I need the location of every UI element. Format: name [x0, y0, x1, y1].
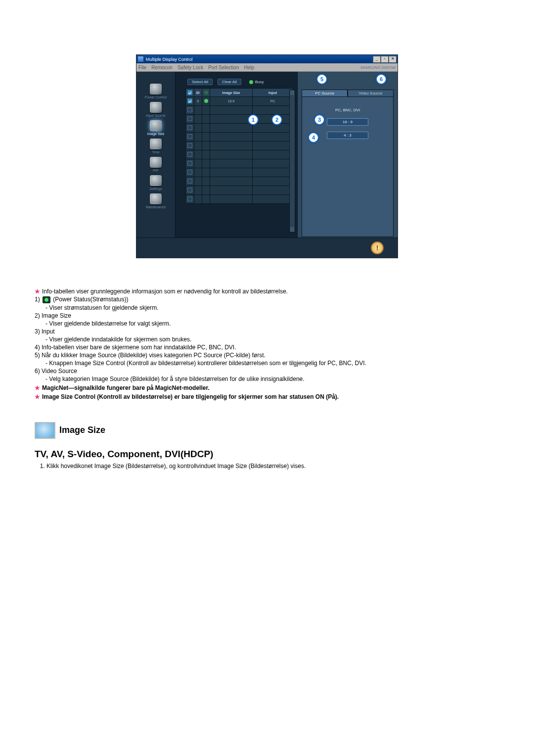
row-checkbox-icon[interactable] — [187, 179, 192, 184]
sidebar-item-label: Power Control — [145, 95, 167, 99]
menu-safety-lock[interactable]: Safety Lock — [178, 65, 203, 70]
scrollbar[interactable] — [289, 90, 295, 233]
table-row[interactable] — [186, 177, 293, 186]
row-checkbox-icon[interactable] — [187, 107, 192, 112]
doc-item-2-sub: Viser gjeldende bildestørrelse for valgt… — [50, 320, 499, 327]
callout-2: 2 — [271, 114, 282, 125]
sidebar-item-label: Settings — [149, 187, 162, 190]
sidebar-item-maintenance[interactable]: Maintenance — [146, 193, 166, 209]
menu-port-selection[interactable]: Port Selection — [208, 65, 239, 70]
power-icon — [150, 84, 162, 94]
doc-item-5-sub: Knappen Image Size Control (Kontroll av … — [50, 360, 499, 367]
callout-1: 1 — [248, 114, 259, 125]
star-icon: ★ — [35, 288, 40, 295]
menu-file[interactable]: File — [138, 65, 146, 70]
doc-item-2: 2) Image Size — [42, 312, 499, 319]
item-number: 3) — [35, 328, 40, 335]
table-row[interactable] — [186, 168, 293, 177]
doc-intro-text: Info-tabellen viser grunnleggende inform… — [42, 288, 288, 295]
footer-bar — [136, 237, 398, 258]
row-checkbox-icon[interactable] — [187, 116, 192, 121]
tab-pc-source[interactable]: PC Source — [302, 90, 348, 97]
col-image-size: Image Size — [210, 89, 253, 97]
item-head: (Power Status(Strømstatus)) — [51, 296, 128, 303]
col-status — [202, 89, 210, 97]
source-tabs: PC Source Video Source — [302, 90, 394, 97]
row-checkbox-icon[interactable] — [187, 188, 192, 192]
doc-item-1: 1) (Power Status(Strømstatus)) — [42, 296, 499, 303]
time-icon — [150, 139, 162, 149]
subheading: TV, AV, S-Video, Component, DVI(HDCP) — [35, 449, 499, 460]
callout-4: 4 — [308, 132, 319, 143]
item-number: 5) — [35, 352, 40, 359]
callout-5: 5 — [316, 74, 327, 85]
titlebar: Multiple Display Control _ ▫ ✕ — [136, 55, 398, 63]
clear-all-button[interactable]: Clear All — [218, 79, 241, 85]
maintenance-icon — [150, 193, 162, 204]
row-checkbox-icon[interactable] — [187, 125, 192, 130]
checkbox-header-icon[interactable] — [187, 90, 192, 95]
table-row[interactable] — [186, 195, 293, 204]
select-all-button[interactable]: Select All — [187, 79, 213, 85]
sidebar-item-label: Time — [152, 150, 159, 154]
gear-icon — [150, 175, 162, 186]
close-button[interactable]: ✕ — [389, 56, 397, 63]
top-controls: Select All Clear All Busy — [187, 79, 294, 85]
status-header-icon — [204, 91, 208, 94]
item-number: 6) — [35, 368, 40, 375]
brand-label: SAMSUNG DIGITall — [360, 65, 396, 70]
doc-item-5: 5) Når du klikker Image Source (Bildekil… — [42, 352, 499, 359]
tab-video-source[interactable]: Video Source — [348, 90, 394, 97]
row-checkbox-icon[interactable] — [187, 134, 192, 139]
alert-icon — [371, 241, 384, 254]
table-row[interactable] — [186, 133, 293, 142]
item-number: 4) — [35, 344, 40, 351]
row-checkbox-icon[interactable] — [187, 152, 192, 157]
section-title: Image Size — [59, 425, 105, 435]
sidebar-item-input[interactable]: Input Source — [146, 102, 166, 117]
sidebar-item-time[interactable]: Time — [150, 139, 162, 154]
status-dot-icon — [204, 99, 208, 103]
grid-panel: Select All Clear All Busy ID Image Size … — [176, 72, 297, 237]
row-checkbox-icon[interactable] — [187, 170, 192, 175]
star-icon: ★ — [35, 384, 40, 391]
col-checkbox[interactable] — [186, 89, 194, 97]
col-id: ID — [194, 89, 202, 97]
table-row[interactable] — [186, 106, 293, 115]
star-icon: ★ — [35, 393, 40, 400]
doc-item-3-sub: Viser gjeldende inndatakilde for skjerme… — [50, 336, 499, 343]
sidebar: Power Control Input Source Image Size Ti… — [136, 72, 176, 237]
table-row[interactable] — [186, 186, 293, 195]
callout-6: 6 — [376, 74, 387, 85]
titlebar-left: Multiple Display Control — [137, 56, 193, 62]
input-icon — [150, 102, 162, 113]
sidebar-item-pip[interactable]: PIP — [150, 157, 162, 172]
minimize-button[interactable]: _ — [373, 56, 381, 63]
ratio-4-3-button[interactable]: 4 : 3 — [327, 132, 368, 139]
menubar: File Remocon Safety Lock Port Selection … — [136, 63, 398, 72]
app-body: Power Control Input Source Image Size Ti… — [136, 72, 398, 237]
ratio-16-9-button[interactable]: 16 : 9 — [327, 118, 368, 126]
maximize-button[interactable]: ▫ — [381, 56, 389, 63]
cell-input: PC — [253, 97, 293, 106]
sidebar-item-settings[interactable]: Settings — [149, 175, 162, 190]
sidebar-item-image-size[interactable]: Image Size — [147, 120, 164, 136]
item-number: 1) — [35, 296, 40, 303]
cell-size: 16:9 — [210, 97, 253, 106]
table-row[interactable] — [186, 150, 293, 159]
menu-help[interactable]: Help — [244, 65, 254, 70]
page-root: Multiple Display Control _ ▫ ✕ File Remo… — [0, 0, 534, 717]
sidebar-item-power[interactable]: Power Control — [145, 84, 167, 99]
main-panel: Select All Clear All Busy ID Image Size … — [176, 72, 398, 237]
pip-icon — [150, 157, 162, 168]
row-checkbox-icon[interactable] — [187, 143, 192, 148]
doc-item-6-sub: Velg kategorien Image Source (Bildekilde… — [50, 376, 499, 382]
table-row[interactable]: 0 16:9 PC — [186, 97, 293, 106]
row-checkbox-icon[interactable] — [187, 196, 192, 201]
sidebar-item-label: Maintenance — [146, 205, 166, 209]
row-checkbox-icon[interactable] — [187, 161, 192, 166]
row-checkbox-icon[interactable] — [187, 98, 192, 103]
menu-remocon[interactable]: Remocon — [151, 65, 173, 70]
table-row[interactable] — [186, 142, 293, 150]
table-row[interactable] — [186, 159, 293, 168]
